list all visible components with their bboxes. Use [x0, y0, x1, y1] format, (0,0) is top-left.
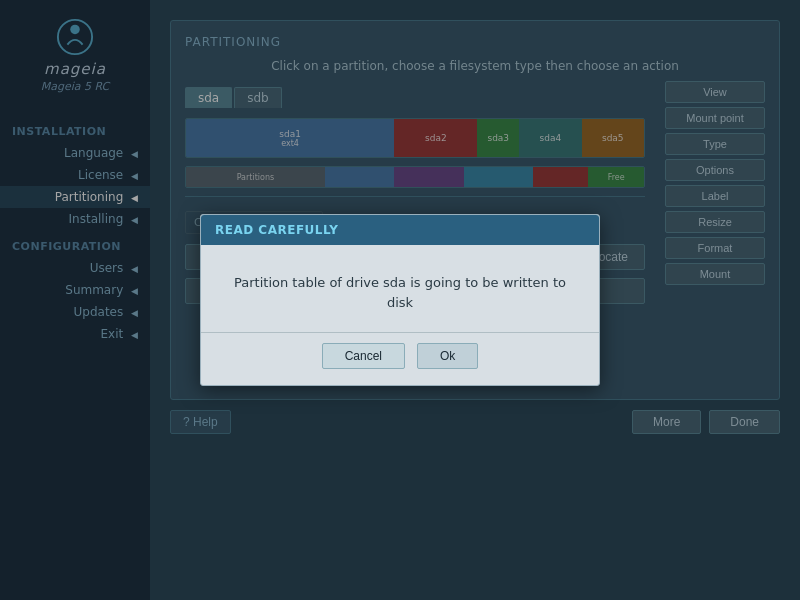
- modal-overlay: READ CAREFULLY Partition table of drive …: [0, 0, 800, 600]
- modal-message: Partition table of drive sda is going to…: [221, 273, 579, 312]
- modal-footer: Cancel Ok: [201, 332, 599, 385]
- modal-body: Partition table of drive sda is going to…: [201, 245, 599, 332]
- cancel-button[interactable]: Cancel: [322, 343, 405, 369]
- ok-button[interactable]: Ok: [417, 343, 478, 369]
- modal-dialog: READ CAREFULLY Partition table of drive …: [200, 214, 600, 386]
- modal-title: READ CAREFULLY: [215, 223, 338, 237]
- modal-header: READ CAREFULLY: [201, 215, 599, 245]
